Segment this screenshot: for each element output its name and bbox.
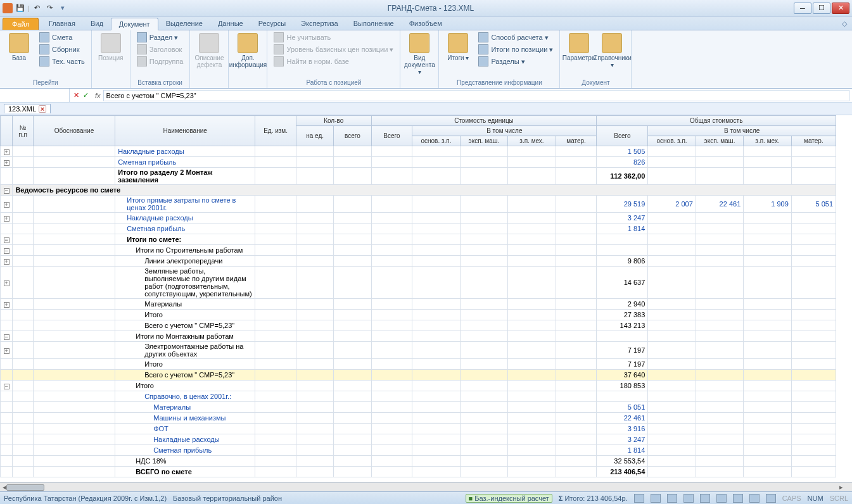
sheet-tab[interactable]: 123.XML × [4,104,51,113]
file-tab[interactable]: Файл [3,18,39,30]
ribbon-big-button[interactable]: Доп. информация [232,32,263,70]
table-row[interactable]: −Итоги по Монтажным работам [1,331,836,342]
ribbon-big-button[interactable]: Справочники ▾ [597,32,627,70]
col-obosn[interactable]: Обоснование [33,116,115,146]
expand-toggle[interactable]: − [1,331,13,342]
app-icon[interactable] [3,3,13,13]
col-naim[interactable]: Наименование [115,116,255,146]
table-row[interactable]: −Итого180 853 [1,381,836,391]
col-stoim-ed[interactable]: Стоимость единицы [371,116,597,126]
ribbon-tab[interactable]: Выполнение [346,18,402,30]
ribbon-tab[interactable]: Выделение [158,18,210,30]
fx-label[interactable]: fx [92,92,103,99]
ribbon-small-button[interactable]: Смета [37,32,87,43]
ribbon-collapse-icon[interactable]: ◇ [837,18,852,30]
ribbon-small-button[interactable]: Способ расчета ▾ [476,32,556,43]
expand-toggle[interactable]: + [1,267,13,299]
expand-toggle[interactable]: + [1,256,13,267]
status-view2-icon[interactable] [651,494,661,503]
table-row[interactable]: +Итого прямые затраты по смете в ценах 2… [1,196,836,213]
cell-obosn [33,320,115,331]
expand-toggle[interactable]: + [1,157,13,168]
expand-toggle[interactable]: − [1,381,13,391]
formula-input[interactable] [103,90,849,101]
ribbon-tab[interactable]: Физобъем [402,18,450,30]
ribbon-big-button[interactable]: Параметры [564,32,594,63]
table-row[interactable]: +Сметная прибыль826 [1,157,836,168]
ribbon-tab[interactable]: Вид [83,18,111,30]
table-row[interactable]: Всего с учетом " СМР=5,23"37 640 [1,370,836,381]
ribbon-small-button[interactable]: Сборник [37,44,87,55]
minimize-button[interactable]: ─ [794,3,811,14]
ribbon-tab[interactable]: Ресурсы [251,18,293,30]
expand-toggle[interactable]: − [1,245,13,256]
ribbon-big-button[interactable]: База [4,32,34,63]
table-row[interactable]: −Итоги по Строительным работам [1,245,836,256]
table-row[interactable]: Итого по разделу 2 Монтаж заземления112 … [1,168,836,185]
status-view7-icon[interactable] [733,494,743,503]
table-row[interactable]: +Накладные расходы1 505 [1,146,836,157]
undo-icon[interactable]: ↶ [32,3,42,13]
expand-toggle[interactable]: − [1,234,13,245]
table-row[interactable]: +Материалы2 940 [1,299,836,310]
horizontal-scrollbar[interactable]: ◂ ▸ [0,482,852,491]
expand-toggle[interactable]: + [1,342,13,359]
ribbon-small-button[interactable]: Разделы ▾ [476,56,556,67]
close-button[interactable]: ✕ [832,3,849,14]
ribbon-small-button[interactable]: Раздел ▾ [134,32,186,43]
cancel-edit-icon[interactable]: ✕ [73,91,79,99]
expand-toggle[interactable]: + [1,299,13,310]
table-row[interactable]: −Итоги по смете: [1,234,836,245]
save-icon[interactable]: 💾 [15,3,25,13]
table-row[interactable]: +Электромонтажные работы на других объек… [1,342,836,359]
col-ed[interactable]: Ед. изм. [255,116,296,146]
ribbon-tab[interactable]: Главная [41,18,83,30]
status-view5-icon[interactable] [700,494,710,503]
col-kolvo[interactable]: Кол-во [296,116,371,126]
name-box[interactable] [0,89,70,102]
table-row[interactable]: Накладные расходы3 247 [1,434,836,445]
expand-toggle[interactable]: + [1,213,13,224]
table-row[interactable]: Сметная прибыль1 814 [1,224,836,234]
status-view9-icon[interactable] [766,494,776,503]
expand-toggle[interactable]: − [1,185,13,196]
col-obsh[interactable]: Общая стоимость [597,116,836,126]
table-row[interactable]: Итого27 383 [1,310,836,320]
expand-toggle[interactable]: + [1,146,13,157]
table-row[interactable]: Машины и механизмы22 461 [1,413,836,424]
table-row[interactable]: Справочно, в ценах 2001г.: [1,391,836,402]
status-view6-icon[interactable] [716,494,727,503]
ribbon-tab[interactable]: Документ [111,18,158,30]
ribbon-big-button[interactable]: Итоги ▾ [443,32,473,63]
table-row[interactable]: +Накладные расходы3 247 [1,213,836,224]
col-no[interactable]: № п.п [13,116,33,146]
status-view8-icon[interactable] [749,494,760,503]
maximize-button[interactable]: ☐ [813,3,830,14]
redo-icon[interactable]: ↷ [45,3,55,13]
sheet-close-icon[interactable]: × [39,105,46,113]
ribbon-tab[interactable]: Данные [210,18,251,30]
grid-area[interactable]: № п.п Обоснование Наименование Ед. изм. … [0,115,852,482]
status-view4-icon[interactable] [684,494,694,503]
table-row[interactable]: ФОТ3 916 [1,424,836,434]
table-row[interactable]: Итого7 197 [1,359,836,370]
scroll-thumb[interactable] [6,484,44,491]
table-row[interactable]: −Ведомость ресурсов по смете [1,185,836,196]
expand-toggle[interactable]: + [1,196,13,213]
table-row[interactable]: ВСЕГО по смете213 406,54 [1,467,836,477]
status-view3-icon[interactable] [667,494,677,503]
table-row[interactable]: НДС 18%32 553,54 [1,456,836,467]
table-row[interactable]: +Линии электропередачи9 806 [1,256,836,267]
qat-more-icon[interactable]: ▾ [58,3,68,13]
ribbon-big-button[interactable]: Вид документа ▾ [404,32,435,77]
ribbon-small-button[interactable]: Тех. часть [37,56,87,67]
ribbon-tab[interactable]: Экспертиза [293,18,346,30]
status-view1-icon[interactable] [634,494,644,503]
table-row[interactable]: Материалы5 051 [1,402,836,413]
table-row[interactable]: Сметная прибыль1 814 [1,445,836,456]
ribbon-small-button[interactable]: Итоги по позиции ▾ [476,44,556,55]
accept-edit-icon[interactable]: ✓ [83,91,89,99]
status-calc-mode[interactable]: ■ Баз.-индексный расчет [466,494,552,503]
table-row[interactable]: +Земляные работы, выполняемые по другим … [1,267,836,299]
table-row[interactable]: Всего с учетом " СМР=5,23"143 213 [1,320,836,331]
